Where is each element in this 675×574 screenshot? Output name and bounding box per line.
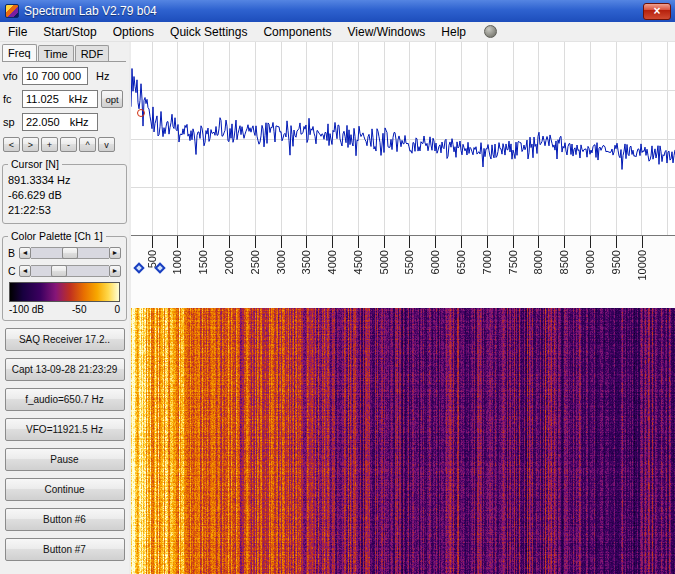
freq-tick [306,236,307,248]
freq-tick [203,236,204,248]
freq-tick [616,236,617,248]
freq-tick-label: 5500 [403,250,415,274]
freq-tick-label: 8500 [558,250,570,274]
waterfall-display[interactable] [131,308,675,574]
marker-diamond-1[interactable] [134,262,145,273]
title-bar: Spectrum Lab V2.79 b04 × [0,0,675,22]
color-palette-box: Color Palette [Ch 1] B ◄ ► C ◄ ► -100 dB… [2,236,127,321]
capture-info-button[interactable]: Capt 13-09-28 21:23:29 [5,358,125,381]
freq-tick-label: 2000 [223,250,235,274]
fc-label: fc [3,93,22,105]
freq-tick [255,236,256,248]
zoom-in-button[interactable]: + [41,137,58,152]
freq-tick-label: 10000 [636,250,648,281]
tab-freq[interactable]: Freq [2,44,37,61]
menu-item-help[interactable]: Help [433,23,474,41]
sp-row: sp 22.050 kHz [3,113,129,131]
scroll-left-button[interactable]: < [3,137,20,152]
freq-tick-label: 4500 [352,250,364,274]
sp-input[interactable]: 22.050 kHz [22,113,98,131]
menu-item-components[interactable]: Components [255,23,339,41]
slider-right-arrow-icon[interactable]: ► [109,265,121,277]
contrast-slider-track[interactable] [31,265,109,277]
tab-time[interactable]: Time [38,45,74,61]
palette-scale-mid: -50 [72,304,86,315]
freq-tick-label: 7000 [481,250,493,274]
freq-tick [177,236,178,248]
freq-tick-label: 1500 [197,250,209,274]
freq-tick [538,236,539,248]
window-title: Spectrum Lab V2.79 b04 [24,4,643,18]
vfo-frequency-button[interactable]: VFO=11921.5 Hz [5,418,125,441]
freq-tick-label: 1000 [171,250,183,274]
f-audio-button[interactable]: f_audio=650.7 Hz [5,388,125,411]
freq-tick [229,236,230,248]
slider-left-arrow-icon[interactable]: ◄ [19,247,31,259]
saq-receiver-button[interactable]: SAQ Receiver 17.2.. [5,328,125,351]
fc-unit-label: kHz [69,93,88,105]
freq-tick [281,236,282,248]
scroll-right-button[interactable]: > [22,137,39,152]
shift-up-button[interactable]: ^ [79,137,96,152]
brightness-slider-thumb[interactable] [62,247,78,259]
cursor-time-value: 21:22:53 [8,203,121,218]
freq-tick-label: 4000 [326,250,338,274]
vfo-unit-label: Hz [96,70,109,82]
pause-button[interactable]: Pause [5,448,125,471]
shift-down-button[interactable]: v [98,137,115,152]
menu-item-options[interactable]: Options [105,23,162,41]
freq-tick-label: 5000 [378,250,390,274]
slider-right-arrow-icon[interactable]: ► [109,247,121,259]
vfo-label: vfo [3,70,22,82]
opt-button[interactable]: opt [101,90,123,108]
freq-tick-label: 9000 [584,250,596,274]
sp-label: sp [3,116,22,128]
sp-unit-label: kHz [70,116,89,128]
freq-tick [152,236,153,248]
freq-tick [435,236,436,248]
brightness-slider-track[interactable] [31,247,109,259]
color-palette-title: Color Palette [Ch 1] [8,230,106,242]
slider-left-arrow-icon[interactable]: ◄ [19,265,31,277]
close-button[interactable]: × [643,3,671,20]
freq-tick [461,236,462,248]
waterfall-canvas[interactable] [131,308,675,574]
menu-item-view-windows[interactable]: View/Windows [340,23,434,41]
brightness-slider[interactable]: ◄ ► [19,247,121,259]
menu-item-file[interactable]: File [0,23,35,41]
button-7[interactable]: Button #7 [5,538,125,561]
spectrum-graph[interactable] [131,42,675,235]
freq-tick [384,236,385,248]
freq-tick [642,236,643,248]
contrast-slider[interactable]: ◄ ► [19,265,121,277]
button-6[interactable]: Button #6 [5,508,125,531]
continue-button[interactable]: Continue [5,478,125,501]
freq-tick-label: 3500 [300,250,312,274]
palette-scale-min: -100 dB [9,304,44,315]
tab-rdf[interactable]: RDF [75,45,110,61]
freq-tick [564,236,565,248]
freq-tick-label: 7500 [507,250,519,274]
freq-tick-label: 6500 [455,250,467,274]
freq-tick-label: 2500 [249,250,261,274]
spectrum-canvas[interactable] [131,42,675,235]
cursor-frequency-value: 891.3334 Hz [8,173,121,188]
cursor-level-value: -66.629 dB [8,188,121,203]
brightness-label: B [8,247,19,259]
frequency-scale: 5001000150020002500300035004000450050005… [131,235,675,308]
vfo-input[interactable]: 10 700 000 [22,67,88,85]
menu-item-start-stop[interactable]: Start/Stop [35,23,104,41]
brightness-row: B ◄ ► [8,245,121,260]
contrast-label: C [8,265,19,277]
palette-gradient [9,282,120,302]
freq-tick-label: 3000 [275,250,287,274]
cursor-box-title: Cursor [N] [8,158,62,170]
zoom-out-button[interactable]: - [60,137,77,152]
fc-input[interactable]: 11.025 kHz [22,90,98,108]
vfo-row: vfo 10 700 000 Hz [3,67,129,85]
freq-tick [590,236,591,248]
menu-item-quick-settings[interactable]: Quick Settings [162,23,255,41]
contrast-slider-thumb[interactable] [51,265,67,277]
vfo-value: 10 700 000 [26,70,81,82]
close-icon: × [653,4,660,18]
